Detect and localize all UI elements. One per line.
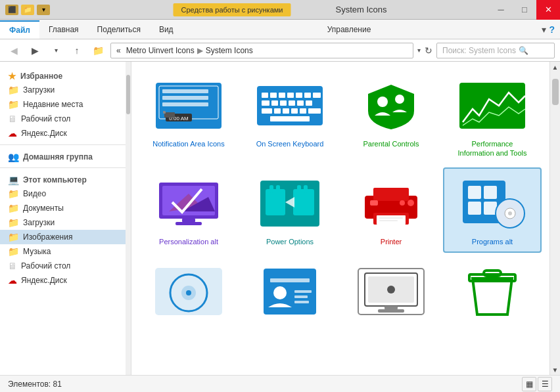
icon-monitor[interactable] [342,255,440,332]
sidebar-item-recent[interactable]: 📁 Недавние места [0,97,131,112]
sidebar-item-video[interactable]: 📁 Видео [0,186,131,201]
breadcrumb-dropdown[interactable]: ▾ [417,47,421,54]
icon-recycle[interactable] [443,255,542,332]
window-title: System Icons [335,5,386,14]
icon-on-screen-keyboard[interactable]: On Screen Keyboard [241,70,339,165]
svg-rect-55 [379,220,398,221]
folder-icon: 📁 [8,85,19,95]
icon-notification-area[interactable]: 0:00 AM Notification Area Icons [139,70,238,165]
search-box[interactable]: Поиск: System Icons 🔍 [436,43,555,58]
icon-thumb-personalization [149,174,228,233]
sidebar-scrollbar[interactable] [126,62,131,375]
svg-rect-72 [294,295,308,298]
star-icon: ★ [8,71,16,81]
quick-access-icon1[interactable]: ⬛ [5,5,18,15]
svg-rect-8 [163,111,166,114]
sidebar-item-docs[interactable]: 📁 Документы [0,201,131,215]
sidebar-item-images[interactable]: 📁 Изображения [0,230,131,244]
icon-label-keyboard: On Screen Keyboard [256,139,324,148]
icon-disk[interactable] [139,255,238,332]
view-grid-button[interactable]: ▦ [522,377,536,391]
breadcrumb-system-icons[interactable]: System Icons [206,46,253,55]
breadcrumb[interactable]: « Metro Uinvert Icons ▶ System Icons [110,43,413,58]
sidebar-computer-label[interactable]: 💻 Этот компьютер [0,171,131,186]
svg-rect-29 [270,116,310,121]
right-scrollbar[interactable]: ▲ ▼ [549,62,560,375]
nav-back-button[interactable]: ◀ [5,42,22,59]
sidebar-item-yadisk[interactable]: ☁ Яндекс.Диск [0,126,131,141]
svg-rect-71 [294,290,312,293]
sidebar-item-music[interactable]: 📁 Музыка [0,244,131,259]
title-bar: ⬛ 📁 ▾ Средства работы с рисунками System… [0,0,560,20]
sidebar-item-label: Документы [23,204,64,213]
icon-performance[interactable]: Performance Information and Tools [443,70,542,165]
computer-label: Этот компьютер [23,175,87,185]
sidebar-item-label: Недавние места [23,100,83,109]
icon-programs-alt[interactable]: Programs alt [443,167,542,253]
svg-rect-11 [270,93,277,98]
sidebar-item-label: Яндекс.Диск [21,129,67,138]
sidebar-homegroup-label[interactable]: 👥 Домашняя группа [0,148,131,163]
homegroup-label: Домашняя группа [23,152,93,162]
ribbon-help-icon[interactable]: ? [549,24,555,35]
maximize-button[interactable]: □ [513,0,536,20]
nav-forward-button[interactable]: ▶ [26,42,43,59]
video-folder-icon: 📁 [8,188,19,199]
ribbon-collapse-arrow[interactable]: ▾ [542,24,546,35]
svg-rect-54 [379,217,403,219]
tab-manage[interactable]: Управление [318,21,381,38]
tab-view[interactable]: Вид [150,21,183,38]
svg-rect-15 [304,93,311,98]
svg-rect-16 [313,93,321,98]
images-folder-icon: 📁 [8,232,19,242]
svg-rect-32 [459,83,525,129]
sidebar-item-yadisk2[interactable]: ☁ Яндекс.Диск [0,273,131,288]
svg-rect-23 [262,108,272,114]
svg-rect-38 [175,222,202,225]
quick-access-icon3[interactable]: ▾ [37,5,50,15]
view-list-button[interactable]: ☰ [538,377,552,391]
icon-thumb-keyboard [250,76,329,135]
sidebar-item-downloads[interactable]: 📁 Загрузки [0,83,131,97]
scroll-track[interactable] [550,72,561,364]
close-button[interactable]: ✕ [536,0,560,20]
sidebar-item-desktop2[interactable]: 🖥 Рабочий стол [0,259,131,273]
title-center: Средства работы с рисунками System Icons [173,3,386,16]
icon-parental-controls[interactable]: Parental Controls [342,70,440,165]
svg-rect-57 [468,186,481,199]
sidebar-item-label: Рабочий стол [21,261,70,271]
sidebar-item-downloads2[interactable]: 📁 Загрузки [0,215,131,230]
sidebar-item-desktop[interactable]: 🖥 Рабочий стол [0,112,131,126]
main-layout: ★ Избранное 📁 Загрузки 📁 Недавние места … [0,62,560,375]
search-icon: 🔍 [519,46,528,55]
minimize-button[interactable]: ─ [489,0,513,20]
svg-rect-10 [262,93,268,98]
icon-label-printer: Printer [381,237,402,246]
icon-thumb-disk [149,262,228,321]
svg-rect-58 [484,186,497,199]
computer-icon: 💻 [8,175,19,185]
icon-personalization[interactable]: Personalization alt [139,167,238,253]
refresh-button[interactable]: ↻ [425,45,432,56]
sidebar-scroll-thumb [126,75,130,114]
quick-access-icon2[interactable]: 📁 [21,5,34,15]
breadcrumb-metro[interactable]: Metro Uinvert Icons [126,46,195,55]
nav-up-button[interactable]: ↑ [68,42,85,59]
tab-share[interactable]: Поделиться [88,21,150,38]
scroll-up-arrow[interactable]: ▲ [550,62,561,72]
svg-rect-27 [300,108,306,114]
sidebar-homegroup: 👥 Домашняя группа [0,148,131,163]
tab-home[interactable]: Главная [39,21,88,38]
svg-rect-43 [293,189,314,215]
sidebar-favorites-label[interactable]: ★ Избранное [0,67,131,83]
svg-rect-19 [280,100,287,106]
icon-label-programs: Programs alt [472,237,513,246]
icon-printer[interactable]: Printer [342,167,440,253]
scroll-down-arrow[interactable]: ▼ [550,364,561,375]
nav-dropdown-button[interactable]: ▾ [47,42,64,59]
icon-contacts[interactable] [241,255,339,332]
icon-power-options[interactable]: Power Options [241,167,339,253]
tab-file[interactable]: Файл [0,20,39,39]
sidebar-item-label: Рабочий стол [21,114,70,123]
address-bar: ◀ ▶ ▾ ↑ 📁 « Metro Uinvert Icons ▶ System… [0,39,560,62]
